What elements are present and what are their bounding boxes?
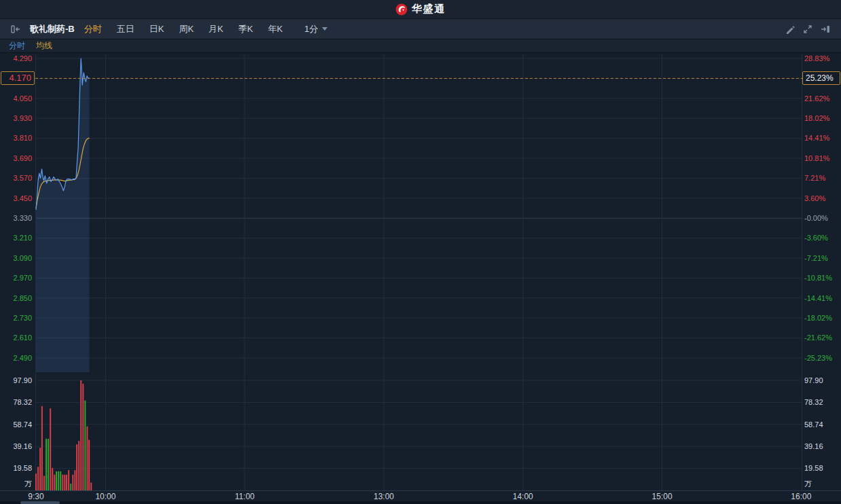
volume-axis-label: 39.16 xyxy=(804,442,823,450)
scrollbar-thumb[interactable] xyxy=(20,501,60,504)
intraday-chart-plot[interactable]: 4.29028.83%4.05021.62%3.93018.02%3.81014… xyxy=(0,53,841,504)
period-tab[interactable]: 周K xyxy=(179,23,194,35)
volume-axis-label: 97.90 xyxy=(13,376,32,384)
volume-axis-label: 58.74 xyxy=(804,420,823,429)
price-axis-label: 3.690 xyxy=(13,154,32,162)
time-axis-label: 11:00 xyxy=(235,492,255,501)
current-price-label: 4.170 xyxy=(1,71,35,85)
volume-bar xyxy=(50,408,51,490)
time-axis-label: 14:00 xyxy=(513,492,533,501)
time-axis-label: 13:00 xyxy=(374,492,394,501)
volume-bar xyxy=(84,401,86,490)
percent-axis-label: 7.21% xyxy=(804,174,825,182)
percent-axis-label: -3.60% xyxy=(804,234,828,242)
volume-bar xyxy=(86,427,88,490)
price-axis-label: 3.330 xyxy=(13,214,32,222)
horizontal-scrollbar[interactable] xyxy=(0,501,841,504)
volume-axis-label: 39.16 xyxy=(13,442,32,450)
time-axis-label: 15:00 xyxy=(652,492,673,501)
volume-axis-label: 19.58 xyxy=(804,464,823,472)
volume-bar xyxy=(56,471,57,490)
percent-axis-label: -10.81% xyxy=(804,274,832,282)
interval-dropdown[interactable]: 1分 xyxy=(300,22,332,36)
volume-bar xyxy=(78,441,79,490)
percent-axis-label: 14.41% xyxy=(804,134,830,142)
current-change-percent-label: 25.23% xyxy=(802,71,840,85)
draw-pencil-icon[interactable] xyxy=(783,22,797,36)
volume-bar xyxy=(37,467,39,490)
volume-bar xyxy=(39,448,41,490)
trading-app-window: 华盛通 歌礼制药-B 分时五日日K周K月K季K年K 1分 xyxy=(0,0,841,504)
volume-bar xyxy=(41,406,43,490)
legend-item[interactable]: 分时 xyxy=(9,40,25,52)
volume-bar xyxy=(82,384,84,490)
price-axis-label: 3.810 xyxy=(13,134,32,142)
volume-bar xyxy=(52,468,53,490)
volume-bar xyxy=(70,484,71,490)
volume-axis-label: 19.58 xyxy=(13,464,32,472)
price-axis-label: 2.970 xyxy=(13,274,32,282)
percent-axis-label: -25.23% xyxy=(804,354,832,362)
volume-bar xyxy=(74,470,75,490)
volume-bar xyxy=(48,439,49,490)
volume-bar xyxy=(80,380,82,490)
percent-axis-label: -18.02% xyxy=(804,314,832,322)
interval-label: 1分 xyxy=(304,23,318,35)
period-tab[interactable]: 日K xyxy=(149,23,164,35)
percent-axis-label: 10.81% xyxy=(804,154,830,162)
price-axis-label: 2.850 xyxy=(13,294,32,302)
volume-bar xyxy=(72,475,73,490)
volume-axis-label: 78.32 xyxy=(804,398,823,406)
period-tab[interactable]: 年K xyxy=(268,23,283,35)
price-axis-label: 2.610 xyxy=(13,334,32,342)
period-tab[interactable]: 季K xyxy=(238,23,253,35)
legend-item[interactable]: 均线 xyxy=(36,40,52,52)
time-axis-label: 10:00 xyxy=(95,492,115,501)
price-axis-label: 4.050 xyxy=(13,94,32,103)
price-axis-label: 2.730 xyxy=(13,314,32,322)
percent-axis-label: 18.02% xyxy=(804,114,830,122)
period-tab-bar: 分时五日日K周K月K季K年K xyxy=(84,23,283,35)
fullscreen-icon[interactable] xyxy=(801,22,815,36)
volume-bar xyxy=(68,470,69,490)
volume-axis-label: 78.32 xyxy=(13,398,32,406)
volume-bar xyxy=(76,444,77,490)
percent-axis-label: -0.00% xyxy=(804,214,828,222)
price-axis-label: 3.090 xyxy=(13,254,32,262)
percent-axis-label: 3.60% xyxy=(804,194,825,202)
volume-bar xyxy=(64,475,65,490)
app-title: 华盛通 xyxy=(412,3,446,16)
collapse-right-panel-icon[interactable] xyxy=(819,22,832,36)
price-area-fill xyxy=(36,58,90,372)
percent-axis-label: 28.83% xyxy=(804,54,830,62)
time-axis-label: 9:30 xyxy=(28,492,44,501)
price-axis-label: 3.570 xyxy=(13,174,32,182)
volume-bar xyxy=(43,475,45,490)
volume-bar xyxy=(88,440,90,490)
period-tab[interactable]: 五日 xyxy=(117,23,135,35)
chart-area: 4.29028.83%4.05021.62%3.93018.02%3.81014… xyxy=(0,53,841,504)
price-axis-label: 2.490 xyxy=(13,354,32,362)
app-header: 华盛通 xyxy=(0,0,841,19)
volume-bar xyxy=(35,473,37,490)
percent-axis-label: 21.62% xyxy=(804,94,830,103)
volume-bar xyxy=(54,475,55,490)
huasheng-logo-icon xyxy=(395,3,408,16)
chart-legend: 分时均线 xyxy=(0,39,841,53)
percent-axis-label: -14.41% xyxy=(804,294,832,302)
volume-axis-label: 97.90 xyxy=(804,376,823,384)
collapse-left-panel-icon[interactable] xyxy=(9,22,22,36)
stock-name: 歌礼制药-B xyxy=(30,23,75,35)
period-tab[interactable]: 月K xyxy=(209,23,223,35)
price-axis-label: 3.210 xyxy=(13,234,32,242)
volume-unit-label: 万 xyxy=(24,480,32,488)
price-axis-label: 4.290 xyxy=(13,54,32,62)
volume-bar xyxy=(46,439,47,490)
volume-bar xyxy=(66,475,67,490)
volume-bar xyxy=(58,471,59,490)
time-axis-label: 16:00 xyxy=(791,492,811,501)
volume-bar xyxy=(90,482,92,490)
chevron-down-icon xyxy=(322,27,327,31)
volume-bar xyxy=(60,471,61,490)
period-tab[interactable]: 分时 xyxy=(84,23,102,35)
